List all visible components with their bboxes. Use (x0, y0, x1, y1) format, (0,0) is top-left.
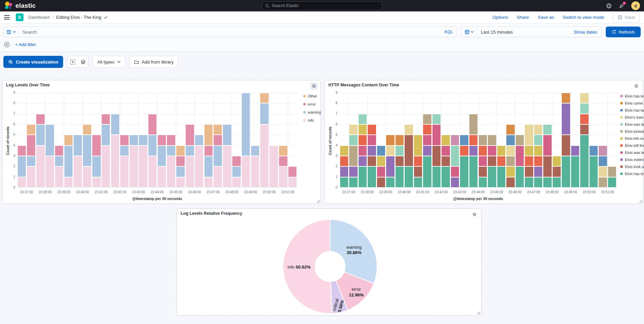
bar-23:39:30-Elvis has left the building.[interactable] (395, 166, 404, 188)
resize-handle-icon[interactable] (477, 311, 480, 315)
bar-23:44:00-warning[interactable] (157, 146, 167, 167)
bar-23:43:30-error[interactable] (148, 114, 157, 135)
bar-23:49:30-Elvis was left out in the cold.[interactable] (580, 103, 589, 114)
bar-23:49:30-Elvis left the cake out in the ...[interactable] (580, 114, 589, 124)
bar-23:41:30-warning[interactable] (111, 114, 120, 135)
bar-23:41:00-Elvis picked up where he left...[interactable] (423, 114, 432, 124)
global-search[interactable] (262, 1, 382, 10)
bar-23:46:00-Elvis has left the building.[interactable] (515, 166, 524, 188)
resize-handle-icon[interactable] (316, 199, 320, 203)
bar-23:45:00-warning[interactable] (176, 166, 185, 177)
bar-23:50:30-info[interactable] (279, 166, 288, 188)
bar-23:38:30-error[interactable] (55, 146, 64, 156)
bar-23:50:30-Other[interactable] (279, 146, 288, 156)
bar-23:50:00-Elvis has two left feet.[interactable] (589, 146, 598, 156)
donut-chart-log-levels[interactable]: warning30.86%error12.96%critical5.56%inf… (177, 209, 481, 315)
breadcrumb-current-title[interactable]: Editing Elvis - The King (56, 15, 101, 20)
bar-23:41:30-Elvis has left the building.[interactable] (432, 166, 441, 188)
bar-23:46:30-Elvis left no stone unturned.[interactable] (524, 146, 534, 156)
bar-23:46:00-Elvis was left holding the ba...[interactable] (515, 146, 524, 167)
options-button[interactable]: Options (493, 15, 508, 20)
bar-23:37:00-Elvis picked up where he left...[interactable] (349, 146, 358, 167)
bar-23:45:00-Elvis left no stone unturned.[interactable] (497, 146, 506, 156)
bar-23:37:30-Elvis left no stone unturned.[interactable] (358, 124, 367, 135)
legend-item[interactable]: Elvis was left holding the ba... (620, 151, 644, 155)
bar-23:38:30-Elvis has two left feet.[interactable] (377, 146, 386, 156)
bar-23:48:30-Elvis came out of left field.[interactable] (561, 93, 570, 103)
bar-23:36:30-Elvis left no stone unturned.[interactable] (340, 146, 349, 156)
bar-23:50:30-Elvis picked up where he left...[interactable] (598, 177, 607, 188)
bar-23:40:00-Elvis took a left turn.[interactable] (404, 135, 413, 166)
bar-23:45:00-Elvis left the cake out in the ...[interactable] (497, 156, 506, 166)
bar-23:36:30-error[interactable] (17, 146, 27, 156)
filter-icon[interactable] (4, 42, 10, 47)
bar-23:40:00-Elvis has left the building.[interactable] (404, 166, 413, 188)
bar-23:36:30-warning[interactable] (17, 156, 27, 177)
add-filter-button[interactable]: + Add filter (15, 42, 36, 47)
bar-23:47:00-Elvis's train has left the stati...[interactable] (534, 124, 543, 135)
bar-23:38:30-Elvis was left holding the ba...[interactable] (377, 166, 386, 177)
bar-23:38:30-warning[interactable] (55, 156, 64, 166)
bar-23:39:00-Elvis has left the building.[interactable] (386, 177, 395, 188)
bar-23:45:30-Elvis has two left feet.[interactable] (506, 135, 515, 145)
bar-23:41:00-info[interactable] (101, 146, 110, 188)
create-visualization-button[interactable]: Create visualization (3, 56, 63, 68)
bar-23:48:00-warning[interactable] (232, 166, 241, 177)
guided-setup-icon[interactable] (606, 3, 612, 9)
bar-23:49:30-Elvis has left the building.[interactable] (580, 135, 589, 188)
bar-23:43:00-Elvis has left the building.[interactable] (460, 156, 469, 188)
bar-23:47:30-Elvis was left out in the cold.[interactable] (543, 124, 552, 135)
bar-23:43:30-warning[interactable] (148, 135, 157, 156)
add-text-button[interactable]: T (67, 56, 78, 68)
legend-item[interactable]: Elvis left the cake out in the ... (620, 144, 644, 148)
bar-23:44:00-error[interactable] (157, 135, 167, 145)
bar-23:47:30-warning[interactable] (223, 124, 232, 146)
bar-23:46:30-Elvis has left the building.[interactable] (524, 177, 534, 188)
bar-23:40:30-error[interactable] (92, 135, 101, 156)
bar-23:48:00-error[interactable] (232, 156, 241, 166)
legend-item[interactable]: Elvis has left the building. (620, 172, 644, 176)
bar-23:37:30-Elvis was left out in the cold.[interactable] (358, 114, 367, 124)
add-map-button[interactable] (78, 56, 88, 68)
bar-23:51:00-info[interactable] (288, 177, 297, 188)
bar-23:43:30-Elvis has left the building.[interactable] (469, 156, 478, 188)
bar-23:48:00-Elvis took a left turn.[interactable] (552, 166, 561, 177)
switch-to-view-mode-button[interactable]: Switch to view mode (563, 15, 604, 20)
edit-title-check-icon[interactable] (104, 16, 108, 19)
bar-23:40:30-warning[interactable] (92, 156, 101, 177)
bar-23:37:30-Elvis left the cake out in the ...[interactable] (358, 135, 367, 145)
bar-23:47:00-info[interactable] (213, 166, 222, 188)
bar-23:38:30-Elvis left no stone unturned.[interactable] (377, 156, 386, 166)
bar-23:40:30-info[interactable] (92, 177, 101, 188)
bar-23:38:30-Elvis took a left turn.[interactable] (377, 177, 386, 188)
bar-23:46:00-Elvis picked up where he left...[interactable] (515, 135, 524, 145)
bar-23:47:00-error[interactable] (213, 135, 222, 145)
bar-23:46:30-info[interactable] (204, 177, 213, 188)
bar-23:50:30-Elvis has two left feet.[interactable] (598, 156, 607, 166)
bar-23:45:30-Elvis left no stone unturned.[interactable] (506, 166, 515, 177)
save-as-button[interactable]: Save as (538, 15, 554, 20)
bar-23:46:30-error[interactable] (204, 146, 213, 156)
bar-23:45:30-error[interactable] (185, 124, 194, 146)
bar-23:42:30-Elvis was left holding the ba...[interactable] (451, 166, 460, 177)
bar-23:41:00-warning[interactable] (101, 124, 110, 146)
bar-23:39:00-Elvis exited stage left.[interactable] (386, 156, 395, 177)
bar-23:44:00-Elvis has left the building.[interactable] (478, 177, 488, 188)
legend-item[interactable]: Elvis's train has left the stati... (620, 115, 644, 119)
bar-23:47:00-Elvis left the cake out in the ...[interactable] (534, 156, 543, 166)
menu-hamburger-icon[interactable] (4, 15, 10, 19)
user-avatar[interactable]: d (631, 1, 640, 10)
bar-23:42:00-Elvis took a left turn.[interactable] (441, 156, 450, 166)
bar-23:38:00-Elvis has left the building.[interactable] (367, 166, 376, 188)
bar-23:46:30-Elvis left the cake out in the ...[interactable] (524, 156, 534, 166)
bar-23:47:00-Elvis exited stage left.[interactable] (534, 166, 543, 177)
bar-23:38:00-Elvis took a left turn.[interactable] (367, 156, 376, 166)
bar-23:50:30-Elvis's train has left the stati...[interactable] (598, 166, 607, 177)
bar-23:40:00-info[interactable] (83, 166, 92, 188)
bar-23:50:00-info[interactable] (269, 146, 278, 188)
bar-23:37:30-error[interactable] (36, 114, 45, 124)
legend-item[interactable]: Elvis came out of left field. (620, 101, 644, 105)
bar-23:41:30-Elvis was left holding the ba...[interactable] (432, 124, 441, 146)
share-button[interactable]: Share (517, 15, 529, 20)
dashboard-badge[interactable]: D (16, 13, 24, 21)
